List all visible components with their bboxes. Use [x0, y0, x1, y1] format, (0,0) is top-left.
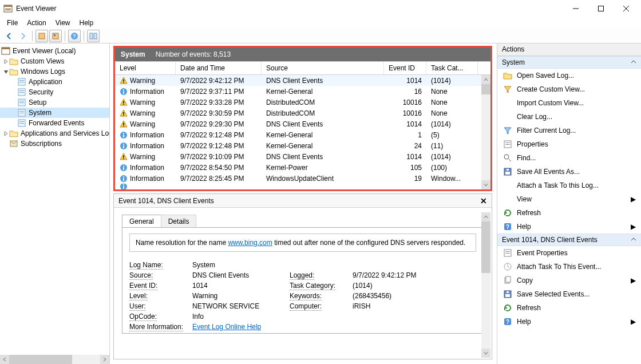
- maximize-button[interactable]: [588, 1, 614, 17]
- svg-rect-6: [39, 33, 45, 39]
- svg-rect-41: [123, 125, 124, 126]
- table-row[interactable]: Information9/7/2022 8:54:50 PMKernel-Pow…: [115, 162, 490, 173]
- collapse-icon[interactable]: [2, 68, 9, 75]
- action-attach-task-event[interactable]: Attach Task To This Event...: [497, 260, 641, 274]
- action-open-saved-log[interactable]: Open Saved Log...: [497, 69, 641, 82]
- action-copy[interactable]: Copy▶: [497, 274, 641, 287]
- chevron-right-icon: ▶: [631, 223, 636, 231]
- tree-application[interactable]: Application: [0, 77, 109, 87]
- lbl-keywords: Keywords:: [290, 292, 353, 300]
- actions-section-event[interactable]: Event 1014, DNS Client Events: [497, 234, 641, 246]
- detail-vscrollbar[interactable]: [481, 212, 490, 358]
- menu-action[interactable]: Action: [22, 18, 50, 28]
- table-row[interactable]: Warning9/7/2022 9:30:59 PMDistributedCOM…: [115, 108, 490, 118]
- menu-help[interactable]: Help: [75, 18, 98, 28]
- tree-label: System: [29, 109, 52, 117]
- tree-label: Forwarded Events: [29, 119, 84, 127]
- actions-pane: Actions System Open Saved Log... Create …: [497, 43, 641, 364]
- table-row-cutoff[interactable]: [115, 184, 490, 189]
- tree-subscriptions[interactable]: Subscriptions: [0, 139, 109, 149]
- action-refresh-2[interactable]: Refresh: [497, 301, 641, 315]
- refresh-icon: [503, 303, 512, 312]
- expand-icon[interactable]: [2, 130, 9, 137]
- svg-rect-54: [123, 178, 124, 181]
- action-clear-log[interactable]: Clear Log...: [497, 110, 641, 124]
- close-button[interactable]: [614, 1, 639, 17]
- cell-eventid: 1014: [384, 120, 426, 128]
- scroll-down-icon[interactable]: [481, 349, 490, 358]
- action-save-selected[interactable]: Save Selected Events...: [497, 287, 641, 301]
- tree-apps-services[interactable]: Applications and Services Logs: [0, 128, 109, 139]
- table-row[interactable]: Information9/7/2022 9:12:48 PMKernel-Gen…: [115, 129, 490, 140]
- action-refresh[interactable]: Refresh: [497, 206, 641, 220]
- tool-3[interactable]: [87, 30, 100, 42]
- scroll-thumb[interactable]: [9, 355, 72, 364]
- menu-view[interactable]: View: [51, 18, 75, 28]
- svg-rect-12: [94, 33, 97, 39]
- msg-link[interactable]: www.bing.com: [228, 239, 272, 247]
- action-help[interactable]: ?Help▶: [497, 220, 641, 234]
- action-create-custom-view[interactable]: Create Custom View...: [497, 82, 641, 96]
- tree-root[interactable]: Event Viewer (Local): [0, 46, 109, 56]
- tab-details[interactable]: Details: [161, 215, 197, 228]
- menu-bar: File Action View Help: [0, 17, 641, 29]
- tree-windows-logs[interactable]: Windows Logs: [0, 66, 109, 77]
- cell-taskcat: (1014): [426, 77, 478, 85]
- action-attach-task[interactable]: Attach a Task To this Log...: [497, 179, 641, 192]
- table-row[interactable]: Warning9/7/2022 9:42:12 PMDNS Client Eve…: [115, 75, 490, 86]
- action-event-properties[interactable]: Event Properties: [497, 246, 641, 260]
- action-save-all-events[interactable]: Save All Events As...: [497, 165, 641, 179]
- actions-section-system[interactable]: System: [497, 56, 641, 69]
- expand-icon[interactable]: [2, 58, 9, 65]
- col-level[interactable]: Level: [115, 62, 176, 74]
- help-button[interactable]: ?: [68, 30, 81, 42]
- close-icon[interactable]: ✕: [480, 196, 487, 205]
- info-icon: [120, 184, 128, 189]
- scroll-up-icon[interactable]: [481, 212, 490, 221]
- scroll-thumb[interactable]: [481, 84, 490, 94]
- forward-button[interactable]: [17, 30, 29, 42]
- svg-rect-51: [123, 167, 124, 170]
- table-row[interactable]: Information9/7/2022 9:37:11 PMKernel-Gen…: [115, 86, 490, 97]
- tab-general[interactable]: General: [122, 215, 161, 228]
- cell-eventid: 10016: [384, 98, 426, 106]
- tree-forwarded[interactable]: Forwarded Events: [0, 118, 109, 128]
- warning-icon: [120, 77, 128, 85]
- action-filter-log[interactable]: Filter Current Log...: [497, 124, 641, 137]
- tree-system[interactable]: System: [0, 108, 109, 118]
- tree-hscrollbar[interactable]: [0, 355, 109, 364]
- table-row[interactable]: Information9/7/2022 8:25:45 PMWindowsUpd…: [115, 173, 490, 184]
- moreinfo-link[interactable]: Event Log Online Help: [192, 323, 261, 331]
- col-source[interactable]: Source: [262, 62, 384, 74]
- grid-vscrollbar[interactable]: [481, 75, 490, 189]
- cell-eventid: 19: [384, 175, 426, 183]
- scroll-down-icon[interactable]: [481, 180, 490, 189]
- scroll-up-icon[interactable]: [481, 75, 490, 84]
- col-date[interactable]: Date and Time: [176, 62, 262, 74]
- table-row[interactable]: Warning9/7/2022 9:33:28 PMDistributedCOM…: [115, 97, 490, 108]
- action-properties[interactable]: Properties: [497, 137, 641, 151]
- minimize-button[interactable]: [563, 1, 588, 17]
- col-eventid[interactable]: Event ID: [384, 62, 426, 74]
- table-row[interactable]: Warning9/7/2022 9:29:30 PMDNS Client Eve…: [115, 118, 490, 129]
- action-import-custom-view[interactable]: Import Custom View...: [497, 96, 641, 110]
- tree-label: Event Viewer (Local): [13, 47, 76, 55]
- tab-panel-general: Name resolution for the name www.bing.co…: [122, 227, 484, 334]
- table-row[interactable]: Information9/7/2022 9:12:48 PMKernel-Gen…: [115, 140, 490, 151]
- tool-2[interactable]: [49, 30, 62, 42]
- tree-setup[interactable]: Setup: [0, 97, 109, 108]
- action-view[interactable]: View▶: [497, 192, 641, 206]
- back-button[interactable]: [3, 30, 15, 42]
- action-help-2[interactable]: ?Help▶: [497, 315, 641, 329]
- tree-security[interactable]: Security: [0, 87, 109, 97]
- event-viewer-icon: [1, 46, 10, 56]
- scroll-thumb[interactable]: [481, 221, 490, 273]
- tool-1[interactable]: [35, 30, 48, 42]
- col-taskcat[interactable]: Task Cat...: [426, 62, 478, 74]
- tree-custom-views[interactable]: Custom Views: [0, 56, 109, 66]
- table-row[interactable]: Warning9/7/2022 9:10:09 PMDNS Client Eve…: [115, 151, 490, 162]
- action-find[interactable]: Find...: [497, 151, 641, 165]
- scroll-right-icon[interactable]: [100, 355, 109, 364]
- scroll-left-icon[interactable]: [0, 355, 9, 364]
- menu-file[interactable]: File: [2, 18, 22, 28]
